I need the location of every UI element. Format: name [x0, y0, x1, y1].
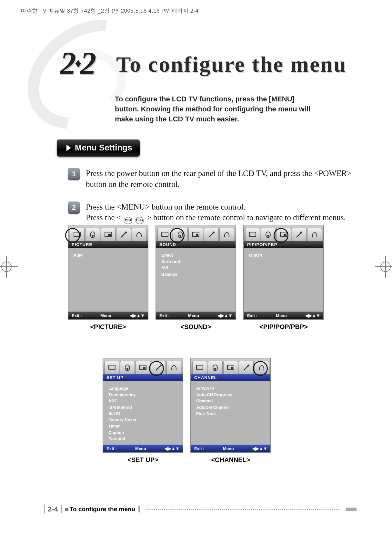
menu-item: Parental	[108, 436, 177, 442]
menu-item: AVL	[161, 265, 230, 271]
tab-picture-icon	[70, 228, 85, 241]
menu-setup: SET UP Language Transparency ARC ISM Met…	[103, 358, 183, 464]
svg-point-8	[179, 235, 181, 237]
step-1: 1 Press the power button on the rear pan…	[68, 168, 352, 190]
svg-rect-12	[249, 232, 256, 237]
menu-header: PICTURE	[68, 241, 148, 248]
square-bullet-icon	[65, 508, 68, 511]
step-2: 2 Press the <MENU> button on the remote …	[68, 201, 352, 224]
menu-item: Auto CH Progress	[196, 392, 265, 398]
menu-sound: SOUND Effect Surround AVL Balance Exit :…	[156, 225, 236, 331]
menu-item: Air/CATV	[196, 385, 265, 392]
footer-endcap	[346, 508, 357, 511]
svg-point-17	[300, 232, 302, 233]
svg-point-14	[267, 235, 269, 237]
registration-mark-right	[380, 262, 391, 272]
section-number: 2♦2	[60, 45, 94, 82]
svg-point-23	[160, 365, 162, 366]
svg-rect-18	[109, 365, 115, 370]
svg-rect-6	[162, 232, 168, 237]
print-slug: 미주향 TV 매뉴얼 37형 +42형 _2장 (영 2005.5.16 4:1…	[21, 7, 199, 15]
svg-rect-24	[196, 365, 203, 370]
step-number-2: 2	[68, 201, 80, 214]
section-badge: Menu Settings	[57, 139, 140, 157]
page-footer: 2-4 To configure the menu	[44, 505, 357, 513]
dotted-rule	[146, 509, 340, 510]
tab-sound-icon	[85, 228, 100, 241]
tab-setup-icon	[116, 228, 131, 241]
registration-mark-left	[1, 262, 12, 272]
menu-item: Channel	[196, 398, 265, 404]
triangle-icon	[66, 145, 71, 151]
step-2-text: Press the <MENU> button on the remote co…	[86, 201, 346, 224]
svg-rect-16	[284, 234, 286, 236]
svg-rect-0	[74, 232, 80, 237]
footer-section-title: To configure the menu	[70, 506, 135, 512]
menu-picture: PICTURE PSM Exit :Menu◀▶▲▼ <PICTURE>	[68, 225, 148, 331]
menu-item: ISM Method	[108, 404, 177, 411]
menu-item: Factory Reset	[108, 417, 177, 423]
page-number: 2-4	[44, 505, 62, 513]
menu-item: Set ID	[108, 410, 177, 417]
menu-item: Balance	[161, 271, 230, 278]
svg-point-5	[125, 232, 127, 233]
step-number-1: 1	[68, 168, 80, 180]
intro-text: To configure the LCD TV functions, press…	[115, 94, 315, 124]
menu-item: Surround	[161, 259, 230, 265]
svg-point-11	[213, 232, 215, 233]
menu-caption: <PICTURE>	[68, 323, 148, 331]
svg-point-29	[247, 365, 249, 366]
page-title: To configure the menu	[116, 52, 347, 77]
menu-item: Caption	[108, 429, 177, 436]
menu-item: Timer	[108, 423, 177, 429]
menu-footer: Exit :Menu◀▶▲▼	[68, 312, 148, 319]
svg-rect-4	[108, 234, 111, 236]
svg-rect-10	[196, 234, 198, 236]
ch-down-icon: ▼CH	[124, 217, 132, 224]
menu-tabs	[68, 225, 148, 241]
menu-item: On/Off	[249, 252, 318, 259]
svg-rect-22	[143, 367, 146, 369]
svg-point-2	[92, 235, 94, 237]
menu-item: PSM	[74, 252, 143, 259]
svg-point-20	[126, 368, 128, 370]
menu-pip: PIP/POP/PBP On/Off Exit :Menu◀▶▲▼ <PIP/P…	[243, 225, 324, 331]
step-1-text: Press the power button on the rear panel…	[86, 168, 352, 190]
menu-item: ARC	[108, 398, 177, 404]
menu-item: Effect	[161, 252, 230, 259]
menu-channel: CHANNEL Air/CATV Auto CH Progress Channe…	[190, 358, 271, 464]
menu-item: Add/Del Channel	[196, 404, 265, 411]
tab-channel-icon	[132, 228, 146, 241]
svg-point-26	[214, 368, 216, 370]
ch-up-icon: CH▲	[136, 217, 144, 224]
menu-item: Transparency	[108, 392, 177, 398]
svg-rect-28	[231, 367, 233, 369]
menu-item: Language	[108, 385, 177, 392]
tab-pip-icon	[101, 228, 116, 241]
menu-item: Fine Tune	[196, 410, 265, 417]
